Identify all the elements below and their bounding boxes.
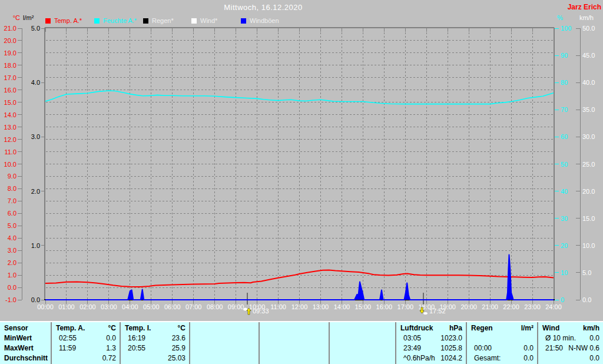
temp-axis-label: 12.0 [4,136,16,143]
temp-axis-label: 1.0 [8,272,16,279]
temp-axis-label: 13.0 [4,124,16,131]
table-column-wind: Windkm/hØ 10 min.0.021:50N-NW 0.60.0 [538,322,603,364]
table-row: 20:5525.9 [121,344,189,353]
table-cell [325,344,329,353]
temp-axis-label: 0.0 [8,284,16,291]
table-cell [538,354,545,363]
table-row: Ø 10 min.0.0 [538,334,603,343]
rain-axis-label: 1.0 [31,242,40,249]
table-cell: °C [108,324,120,333]
temp-axis-label: 19.0 [4,49,16,57]
table-header-row: Temp. I.°C [121,324,189,333]
table-cell [330,354,337,363]
table-row-label: MaxWert [0,344,51,353]
table-row: ^0.6hPa/h1024.2 [396,354,466,363]
table-column-blank-2 [260,322,330,364]
table-cell [325,354,329,363]
table-cell: 23:49 [396,344,421,353]
humidity-axis-label: 100 [561,25,571,32]
table-cell: 11:59 [52,344,76,353]
table-cell [325,334,329,343]
table-row: 0.0 [538,354,603,363]
table-cell: Luftdruck [396,324,433,333]
temp-axis-label: 7.0 [8,197,16,204]
temp-axis-label: 20.0 [4,37,16,44]
table-cell [330,324,334,333]
table-cell: Wind [538,324,559,333]
table-cell [190,334,197,343]
table-header-row: Regenl/m² [467,324,537,333]
table-cell [325,324,329,333]
table-header-row: Temp. A.°C [52,324,120,333]
table-cell [260,334,267,343]
table-row: 16:1923.6 [121,334,189,343]
table-cell [190,344,197,353]
rain-axis-label: 5.0 [31,25,40,32]
table-cell [47,324,51,333]
humidity-axis-label: 10 [561,269,568,276]
table-cell [190,324,194,333]
table-row [330,334,395,343]
temp-axis-label: 16.0 [4,87,16,94]
humidity-axis-label: 90 [561,52,568,59]
table-cell [47,344,51,353]
x-axis-label: 05:00 [143,303,160,310]
table-cell [392,324,395,333]
x-axis-label: 00:00 [37,303,54,310]
table-cell [330,344,337,353]
table-cell: Temp. I. [121,324,151,333]
table-column-regen: Regenl/m²00:000.0Gesamt:0.0 [467,322,538,364]
table-column-temp-a: Temp. A.°C02:550.011:591.30.72 [52,322,121,364]
marker-moonrise: 09:33 [243,307,269,315]
plot-area[interactable]: 00:0001:0002:0003:0004:0005:0006:0007:00… [0,0,603,364]
table-cell [392,334,395,343]
table-cell: 23.6 [172,334,189,343]
table-row [330,344,395,353]
humidity-axis-label: 70 [561,106,568,113]
table-cell [534,334,537,343]
temp-axis-label: 17.0 [4,74,16,81]
wind-axis-label: 35.0 [582,106,595,113]
table-row [190,344,259,353]
table-cell: 25.03 [168,354,189,363]
table-row: 00:000.0 [467,344,537,353]
x-axis-label: 08:00 [207,303,223,310]
humidity-axis-label: 60 [561,133,568,140]
x-axis-label: 11:00 [270,303,286,310]
x-axis-label: 21:00 [482,303,498,310]
table-cell: 0.0 [589,354,603,363]
moonrise-time: 09:33 [253,307,269,315]
table-cell [255,344,259,353]
temp-axis-label: 3.0 [8,247,16,254]
marker-moonset: 17:52 [419,307,446,315]
table-row-label: Durchschnitt [0,354,51,363]
table-cell: ^0.6hPa/h [396,354,435,363]
x-axis-label: 02:00 [79,303,96,310]
table-header-row: Sensor [0,324,51,333]
moonset-icon [419,307,428,315]
table-cell: Ø 10 min. [538,334,576,343]
humidity-axis-label: 50 [561,161,568,168]
table-cell [255,354,259,363]
table-row: 25.03 [121,354,189,363]
table-row: 21:50N-NW 0.6 [538,344,603,353]
table-cell [190,354,197,363]
table-cell [330,334,337,343]
x-axis-label: 03:00 [101,303,117,310]
table-row [190,334,259,343]
table-cell [47,334,51,343]
table-row [190,354,259,363]
table-cell: hPa [449,324,466,333]
humidity-axis-label: 20 [561,242,568,249]
table-cell [260,354,267,363]
wind-axis-label: 45.0 [582,52,595,59]
table-cell: km/h [583,324,603,333]
x-axis-label: 09:00 [228,303,244,310]
table-cell: Gesamt: [467,354,501,363]
x-axis-label: 06:00 [164,303,181,310]
table-column-luftdruck: LuftdruckhPa03:051023.023:491025.8^0.6hP… [396,322,467,364]
table-cell [467,334,474,343]
x-axis-label: 13:00 [313,303,329,310]
table-cell: Regen [467,324,493,333]
moonset-time: 17:52 [429,307,446,315]
